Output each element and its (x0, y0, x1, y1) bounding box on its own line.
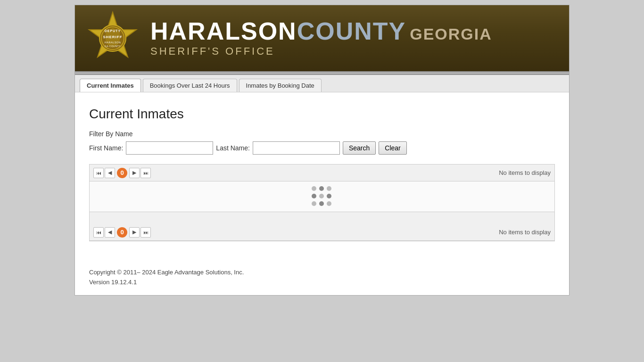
grid-toolbar-bottom: ⏮ ◀ 0 ▶ ⏭ No items to display (90, 224, 554, 241)
dot-1 (312, 186, 316, 191)
loading-spinner (312, 186, 332, 207)
tab-bookings-24hrs[interactable]: Bookings Over Last 24 Hours (143, 79, 237, 92)
pager-last-bottom[interactable]: ⏭ (140, 227, 151, 238)
title-georgia: GEORGIA (410, 25, 492, 43)
header-stripe (75, 71, 569, 75)
last-name-label: Last Name: (216, 144, 250, 152)
pager-controls-top: ⏮ ◀ 0 ▶ ⏭ (93, 168, 151, 178)
pager-count-bottom: 0 (117, 227, 127, 238)
tab-inmates-booking-date[interactable]: Inmates by Booking Date (239, 79, 322, 92)
dot-3 (327, 186, 331, 191)
tabs-container: Current Inmates Bookings Over Last 24 Ho… (75, 75, 569, 92)
svg-text:HARALSON: HARALSON (105, 41, 121, 44)
copyright-text: Copyright © 2011– 2024 Eagle Advantage S… (89, 268, 555, 278)
pager-prev-bottom[interactable]: ◀ (105, 227, 115, 238)
page-title: Current Inmates (89, 107, 555, 122)
grid-toolbar-top: ⏮ ◀ 0 ▶ ⏭ No items to display (90, 165, 554, 181)
pager-first-bottom[interactable]: ⏮ (93, 227, 104, 238)
grid-status-top: No items to display (499, 169, 551, 176)
header: DEPUTY SHERIFF HARALSON GA COUNTY HARALS… (75, 5, 569, 71)
clear-button[interactable]: Clear (379, 141, 406, 155)
grid-body (90, 181, 554, 212)
grid-container: ⏮ ◀ 0 ▶ ⏭ No items to display (89, 164, 555, 241)
first-name-label: First Name: (89, 144, 123, 152)
grid-empty-row (90, 212, 554, 224)
pager-count-top: 0 (117, 168, 127, 178)
footer: Copyright © 2011– 2024 Eagle Advantage S… (75, 260, 569, 295)
dot-6 (327, 194, 331, 198)
sheriff-badge: DEPUTY SHERIFF HARALSON GA COUNTY (84, 10, 141, 66)
tab-current-inmates[interactable]: Current Inmates (80, 79, 141, 92)
dot-8 (319, 201, 324, 206)
svg-text:DEPUTY: DEPUTY (105, 29, 121, 33)
pager-controls-bottom: ⏮ ◀ 0 ▶ ⏭ (93, 227, 151, 238)
main-content: Current Inmates Filter By Name First Nam… (75, 92, 569, 260)
pager-prev-top[interactable]: ◀ (105, 168, 115, 178)
pager-last-top[interactable]: ⏭ (140, 168, 151, 178)
svg-text:GA  COUNTY: GA COUNTY (105, 45, 121, 48)
dot-9 (327, 201, 331, 206)
header-title: HARALSONCOUNTYGEORGIA SHERIFF'S OFFICE (150, 19, 492, 58)
title-county: COUNTY (297, 17, 406, 45)
version-text: Version 19.12.4.1 (89, 278, 555, 288)
last-name-input[interactable] (253, 141, 340, 155)
search-button[interactable]: Search (343, 141, 376, 155)
filter-row: First Name: Last Name: Search Clear (89, 141, 555, 155)
dot-7 (312, 201, 316, 206)
pager-first-top[interactable]: ⏮ (93, 168, 104, 178)
pager-next-top[interactable]: ▶ (129, 168, 140, 178)
grid-status-bottom: No items to display (499, 229, 551, 236)
header-subtitle: SHERIFF'S OFFICE (150, 45, 275, 58)
title-haralson: HARALSON (150, 17, 297, 45)
svg-text:SHERIFF: SHERIFF (103, 35, 122, 39)
filter-by-name-label: Filter By Name (89, 130, 555, 138)
dot-5 (319, 194, 324, 198)
dot-4 (312, 194, 316, 198)
pager-next-bottom[interactable]: ▶ (129, 227, 140, 238)
dot-2 (319, 186, 324, 191)
first-name-input[interactable] (126, 141, 213, 155)
